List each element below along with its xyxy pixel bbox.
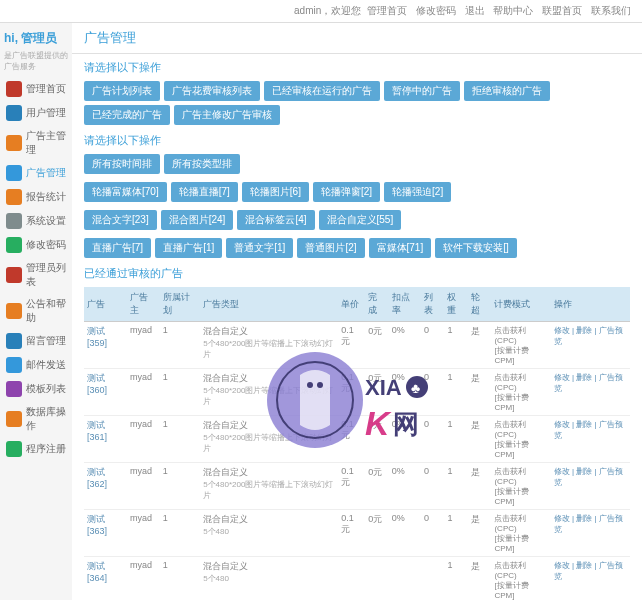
nav-item[interactable]: 管理首页	[4, 78, 68, 100]
cell: 测试[362]	[84, 463, 127, 510]
cell: 0.1元	[338, 369, 365, 416]
type-tag[interactable]: 混合图片[24]	[161, 210, 234, 230]
cell: 0.1元	[338, 416, 365, 463]
cell: 0元	[365, 510, 388, 557]
cell: 是	[468, 322, 491, 369]
col-header: 广告主	[127, 287, 160, 322]
nav-item[interactable]: 管理员列表	[4, 258, 68, 292]
top-bar: admin，欢迎您 管理首页 修改密码 退出 帮助中心 联盟首页 联系我们	[0, 0, 642, 23]
col-header: 所属计划	[160, 287, 200, 322]
page-title: 广告管理	[72, 23, 642, 54]
nav-label: 用户管理	[26, 106, 66, 120]
type-tag[interactable]: 普通图片[2]	[297, 238, 364, 258]
cell: 点击获利(CPC)[按量计费CPM]	[491, 369, 550, 416]
op-link[interactable]: 修改 | 删除 | 广告预览	[554, 561, 623, 581]
type-tag[interactable]: 软件下载安装[]	[435, 238, 517, 258]
cell: 1	[444, 510, 467, 557]
filter-tag[interactable]: 广告花费审核列表	[164, 81, 260, 101]
topbar-link[interactable]: 修改密码	[416, 5, 456, 16]
type-tag[interactable]: 直播广告[7]	[84, 238, 151, 258]
cell: 0	[421, 463, 444, 510]
cell: myad	[127, 322, 160, 369]
op-link[interactable]: 修改 | 删除 | 广告预览	[554, 373, 623, 393]
filter-tag[interactable]: 暂停中的广告	[384, 81, 460, 101]
col-header: 广告类型	[200, 287, 338, 322]
cell: 1	[160, 463, 200, 510]
nav-label: 广告管理	[26, 166, 66, 180]
cell: 1	[160, 369, 200, 416]
cell: myad	[127, 369, 160, 416]
type-tag[interactable]: 轮播弹窗[2]	[313, 182, 380, 202]
logo-title: hi, 管理员	[4, 27, 68, 50]
cell: 测试[361]	[84, 416, 127, 463]
table-row: 测试[362]myad1混合自定义5个480*200图片等缩播上下滚动幻灯片0.…	[84, 463, 630, 510]
cell: 是	[468, 510, 491, 557]
nav-item[interactable]: 报告统计	[4, 186, 68, 208]
cell: 修改 | 删除 | 广告预览	[551, 322, 630, 369]
type-tag[interactable]: 直播广告[1]	[155, 238, 222, 258]
table-row: 测试[360]myad1混合自定义5个480*200图片等缩播上下滚动幻灯片0.…	[84, 369, 630, 416]
nav-icon	[6, 333, 22, 349]
col-header: 操作	[551, 287, 630, 322]
topbar-link[interactable]: 管理首页	[367, 5, 407, 16]
topbar-link[interactable]: 帮助中心	[493, 5, 533, 16]
nav-item[interactable]: 修改密码	[4, 234, 68, 256]
nav-label: 管理员列表	[26, 261, 66, 289]
op-link[interactable]: 修改 | 删除 | 广告预览	[554, 514, 623, 534]
section2-title: 请选择以下操作	[84, 133, 630, 148]
type-tag[interactable]: 混合文字[23]	[84, 210, 157, 230]
cell: myad	[127, 557, 160, 601]
table-row: 测试[363]myad1混合自定义5个4800.1元0元0%01是点击获利(CP…	[84, 510, 630, 557]
nav-item[interactable]: 留言管理	[4, 330, 68, 352]
filter-tag[interactable]: 已经审核在运行的广告	[264, 81, 380, 101]
cell: 修改 | 删除 | 广告预览	[551, 416, 630, 463]
nav-item[interactable]: 模板列表	[4, 378, 68, 400]
filter-tag[interactable]: 已经完成的广告	[84, 105, 170, 125]
nav-item[interactable]: 数据库操作	[4, 402, 68, 436]
nav-label: 报告统计	[26, 190, 66, 204]
nav-label: 系统设置	[26, 214, 66, 228]
nav-item[interactable]: 系统设置	[4, 210, 68, 232]
nav-icon	[6, 237, 22, 253]
filter-tag[interactable]: 拒绝审核的广告	[464, 81, 550, 101]
cell: 点击获利(CPC)[按量计费CPM]	[491, 322, 550, 369]
nav-label: 管理首页	[26, 82, 66, 96]
nav-item[interactable]: 广告管理	[4, 162, 68, 184]
topbar-link[interactable]: 退出	[465, 5, 485, 16]
op-link[interactable]: 修改 | 删除 | 广告预览	[554, 420, 623, 440]
filter-tag[interactable]: 广告主修改广告审核	[174, 105, 280, 125]
cell: 修改 | 删除 | 广告预览	[551, 463, 630, 510]
op-link[interactable]: 修改 | 删除 | 广告预览	[554, 326, 623, 346]
filter-tag[interactable]: 广告计划列表	[84, 81, 160, 101]
type-tag[interactable]: 轮播图片[6]	[242, 182, 309, 202]
nav-icon	[6, 189, 22, 205]
nav-icon	[6, 303, 22, 319]
type-tag[interactable]: 轮播直播[7]	[171, 182, 238, 202]
nav-item[interactable]: 公告和帮助	[4, 294, 68, 328]
nav-item[interactable]: 广告主管理	[4, 126, 68, 160]
nav-icon	[6, 135, 22, 151]
type-tag[interactable]: 混合标签云[4]	[237, 210, 314, 230]
op-link[interactable]: 修改 | 删除 | 广告预览	[554, 467, 623, 487]
nav-icon	[6, 267, 22, 283]
type-tag[interactable]: 轮播富媒体[70]	[84, 182, 167, 202]
nav-item[interactable]: 邮件发送	[4, 354, 68, 376]
nav-label: 数据库操作	[26, 405, 66, 433]
cell: 0.1元	[338, 510, 365, 557]
table-row: 测试[361]myad1混合自定义5个480*200图片等缩播上下滚动幻灯片0.…	[84, 416, 630, 463]
topbar-link[interactable]: 联系我们	[591, 5, 631, 16]
cell	[365, 557, 388, 601]
cell: 0%	[389, 369, 421, 416]
logo-sub: 是广告联盟提供的广告服务	[4, 50, 68, 78]
type-tag[interactable]: 所有按时间排	[84, 154, 160, 174]
nav-item[interactable]: 程序注册	[4, 438, 68, 460]
type-tag[interactable]: 所有按类型排	[164, 154, 240, 174]
topbar-link[interactable]: 联盟首页	[542, 5, 582, 16]
cell: 点击获利(CPC)[按量计费CPM]	[491, 416, 550, 463]
type-tag[interactable]: 混合自定义[55]	[319, 210, 402, 230]
type-tag[interactable]: 普通文字[1]	[226, 238, 293, 258]
nav-item[interactable]: 用户管理	[4, 102, 68, 124]
type-tag[interactable]: 富媒体[71]	[369, 238, 432, 258]
type-tag[interactable]: 轮播强迫[2]	[384, 182, 451, 202]
cell	[338, 557, 365, 601]
